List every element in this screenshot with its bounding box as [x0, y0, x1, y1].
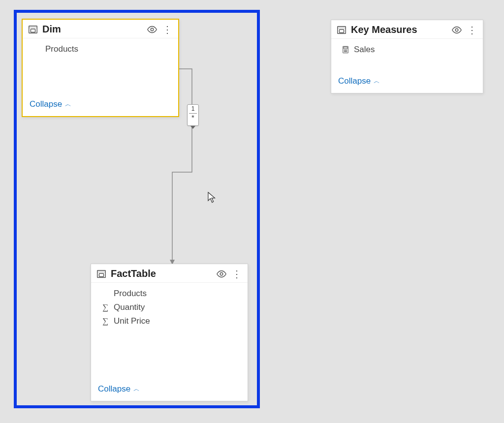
- svg-point-8: [220, 272, 223, 275]
- collapse-label: Collapse: [338, 76, 371, 86]
- cardinality-direction-icon: [190, 126, 195, 129]
- collapse-button[interactable]: Collapse ︿: [30, 99, 71, 109]
- table-card-keymeasures[interactable]: Key Measures ⋮: [331, 20, 483, 93]
- field-row[interactable]: Products: [96, 287, 243, 301]
- chevron-up-icon: ︿: [65, 100, 71, 109]
- table-icon: [96, 269, 107, 279]
- field-label: Products: [114, 289, 147, 299]
- table-header[interactable]: FactTable ⋮: [91, 264, 248, 283]
- table-title: Key Measures: [351, 24, 451, 35]
- svg-point-16: [345, 50, 346, 50]
- table-card-dim[interactable]: Dim ⋮ Products Collapse ︿: [22, 19, 179, 117]
- table-header[interactable]: Dim ⋮: [23, 20, 178, 38]
- svg-rect-10: [338, 26, 346, 29]
- table-title: Dim: [42, 24, 147, 35]
- field-label: Unit Price: [114, 316, 150, 326]
- visibility-icon[interactable]: [451, 25, 462, 35]
- chevron-up-icon: ︿: [374, 77, 380, 86]
- sigma-icon: ∑: [100, 316, 111, 326]
- field-list: Products ∑ Quantity ∑ Unit Price: [91, 283, 248, 379]
- svg-rect-6: [97, 270, 106, 272]
- svg-point-20: [346, 51, 347, 52]
- table-icon: [28, 24, 38, 35]
- chevron-up-icon: ︿: [133, 385, 140, 393]
- field-list: Products: [23, 38, 178, 94]
- field-label: Quantity: [114, 302, 145, 312]
- svg-point-18: [344, 51, 345, 52]
- svg-rect-7: [99, 273, 103, 276]
- sigma-icon: ∑: [100, 302, 111, 312]
- more-options-icon[interactable]: ⋮: [466, 25, 478, 35]
- svg-point-19: [345, 51, 346, 52]
- table-header[interactable]: Key Measures ⋮: [331, 20, 483, 39]
- table-icon: [336, 25, 347, 35]
- collapse-label: Collapse: [98, 384, 130, 394]
- svg-point-4: [151, 28, 154, 31]
- visibility-icon[interactable]: [147, 24, 158, 35]
- field-row[interactable]: Products: [28, 42, 173, 56]
- more-options-icon[interactable]: ⋮: [231, 269, 243, 279]
- cardinality-many: *: [191, 115, 194, 121]
- mouse-cursor-icon: [208, 192, 217, 204]
- collapse-button[interactable]: Collapse ︿: [98, 384, 140, 394]
- field-row[interactable]: ∑ Quantity: [96, 301, 243, 314]
- svg-rect-3: [31, 29, 35, 32]
- calculator-icon: [340, 45, 351, 54]
- collapse-button[interactable]: Collapse ︿: [338, 76, 380, 86]
- more-options-icon[interactable]: ⋮: [161, 25, 173, 34]
- svg-point-12: [455, 29, 458, 31]
- field-list: Sales: [331, 39, 483, 71]
- svg-point-15: [344, 50, 345, 50]
- svg-point-17: [346, 50, 347, 50]
- model-canvas[interactable]: 1 * Dim ⋮: [0, 0, 504, 423]
- table-title: FactTable: [111, 268, 216, 279]
- svg-rect-2: [29, 26, 37, 28]
- table-card-fact[interactable]: FactTable ⋮ Products ∑ Quantity ∑ Unit P…: [91, 264, 248, 401]
- svg-rect-11: [339, 30, 344, 32]
- field-label: Products: [45, 44, 78, 54]
- field-label: Sales: [354, 45, 375, 55]
- relationship-cardinality-badge[interactable]: 1 *: [187, 104, 199, 126]
- field-row[interactable]: Sales: [336, 43, 478, 57]
- svg-rect-14: [344, 47, 347, 49]
- field-row[interactable]: ∑ Unit Price: [96, 314, 243, 328]
- visibility-icon[interactable]: [216, 269, 227, 279]
- cardinality-one: 1: [191, 106, 195, 113]
- collapse-label: Collapse: [30, 99, 62, 109]
